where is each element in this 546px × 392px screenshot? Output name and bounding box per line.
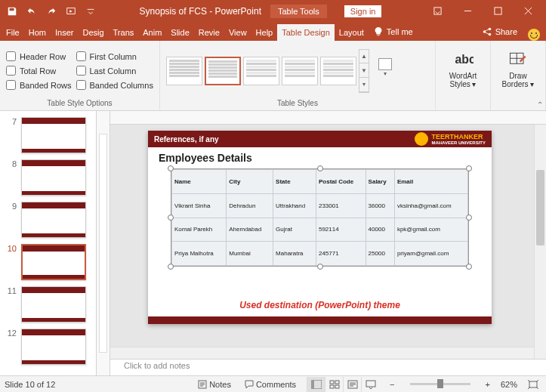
slide-thumbnail[interactable]: 11: [0, 283, 96, 326]
resize-handle[interactable]: [168, 264, 174, 270]
tab-table-design[interactable]: Table Design: [277, 24, 335, 41]
slide-title[interactable]: Employees Details: [148, 147, 492, 167]
selected-table[interactable]: NameCityStatePostal CodeSalaryEmail Vikr…: [171, 168, 469, 267]
notes-pane[interactable]: Click to add notes: [110, 359, 546, 375]
university-logo-icon: [415, 132, 428, 146]
zoom-percent[interactable]: 62%: [501, 380, 517, 389]
resize-handle[interactable]: [168, 165, 174, 171]
svg-rect-11: [330, 381, 334, 384]
table-style-gallery[interactable]: ▲▼▾: [166, 49, 369, 93]
slide-sorter-icon[interactable]: [325, 377, 343, 392]
slide-header-text: References, if any: [154, 135, 219, 144]
resize-handle[interactable]: [466, 215, 472, 221]
draw-borders-button[interactable]: DrawBorders ▾: [497, 44, 539, 94]
table-style-thumb[interactable]: [166, 57, 202, 85]
share-button[interactable]: Share: [476, 23, 523, 41]
horizontal-ruler[interactable]: [110, 111, 546, 125]
vertical-ruler[interactable]: [97, 111, 110, 375]
normal-view-icon[interactable]: [307, 377, 325, 392]
wordart-icon: abc: [452, 49, 474, 70]
tab-review[interactable]: Revie: [194, 24, 224, 41]
tab-file[interactable]: File: [2, 24, 24, 41]
sign-in-button[interactable]: Sign in: [344, 5, 383, 18]
table-header-row[interactable]: NameCityStatePostal CodeSalaryEmail: [172, 170, 468, 194]
table-row[interactable]: Vikrant SinhaDehradunUttrakhand233001360…: [172, 193, 468, 218]
resize-handle[interactable]: [168, 215, 174, 221]
comments-icon: [245, 380, 254, 389]
tab-view[interactable]: View: [224, 24, 251, 41]
shading-button[interactable]: ▾: [374, 56, 396, 86]
slide-thumbnail[interactable]: 10: [0, 241, 96, 283]
slide-counter[interactable]: Slide 10 of 12: [5, 380, 55, 389]
tab-animations[interactable]: Anim: [138, 24, 166, 41]
resize-handle[interactable]: [317, 264, 323, 270]
group-wordart: abc WordArtStyles ▾: [436, 41, 491, 110]
horizontal-scrollbar[interactable]: [110, 347, 534, 359]
comments-toggle[interactable]: Comments: [242, 380, 299, 389]
tell-me-search[interactable]: Tell me: [369, 23, 418, 41]
table-style-thumb[interactable]: [320, 57, 356, 85]
slide-thumbnail[interactable]: 9: [0, 199, 96, 241]
collapse-ribbon-icon[interactable]: ⌃: [537, 100, 543, 109]
ribbon-tabs: File Hom Inser Desig Trans Anim Slide Re…: [0, 22, 546, 41]
svg-rect-10: [311, 380, 314, 389]
slide-thumbnails-panel[interactable]: 7 8 9 10 11 12: [0, 111, 97, 375]
svg-rect-16: [366, 381, 375, 387]
table-style-thumb[interactable]: [243, 57, 279, 85]
tab-insert[interactable]: Inser: [51, 24, 78, 41]
redo-icon[interactable]: [42, 2, 60, 20]
resize-handle[interactable]: [466, 165, 472, 171]
share-icon: [482, 26, 492, 37]
vertical-scrollbar[interactable]: [534, 125, 546, 359]
tab-layout[interactable]: Layout: [335, 24, 369, 41]
feedback-smiley-icon[interactable]: [528, 29, 540, 41]
employees-table[interactable]: NameCityStatePostal CodeSalaryEmail Vikr…: [171, 169, 468, 266]
check-last-column[interactable]: Last Column: [76, 66, 153, 76]
view-buttons: [307, 377, 379, 392]
tab-help[interactable]: Help: [251, 24, 278, 41]
table-row[interactable]: Priya MalhotraMumbaiMaharatra24577125000…: [172, 242, 468, 266]
tab-transitions[interactable]: Trans: [109, 24, 139, 41]
check-banded-rows[interactable]: Banded Rows: [6, 80, 72, 90]
fit-to-window-icon[interactable]: [525, 380, 541, 389]
zoom-in-button[interactable]: +: [483, 380, 493, 389]
ribbon: Header Row Total Row Banded Rows First C…: [0, 41, 546, 111]
slide-thumbnail[interactable]: 12: [0, 326, 96, 368]
qat-more-icon[interactable]: [82, 2, 100, 20]
reading-view-icon[interactable]: [343, 377, 361, 392]
document-title: Synopsis of FCS - PowerPoint: [140, 6, 261, 17]
svg-text:abc: abc: [455, 53, 474, 66]
contextual-tools-label: Table Tools: [270, 5, 327, 18]
table-row[interactable]: Komal ParekhAhemdabadGujrat59211440000kp…: [172, 218, 468, 242]
check-total-row[interactable]: Total Row: [6, 66, 72, 76]
gallery-scroll[interactable]: ▲▼▾: [359, 49, 369, 93]
slide-canvas[interactable]: References, if any TEERTHANKERMAHAVEER U…: [110, 125, 546, 359]
slide[interactable]: References, if any TEERTHANKERMAHAVEER U…: [148, 131, 492, 324]
lightbulb-icon: [373, 26, 384, 37]
tab-home[interactable]: Hom: [24, 24, 51, 41]
resize-handle[interactable]: [317, 165, 323, 171]
notes-toggle[interactable]: Notes: [195, 380, 234, 389]
table-style-thumb[interactable]: [205, 57, 241, 85]
save-icon[interactable]: [3, 2, 21, 20]
resize-handle[interactable]: [466, 264, 472, 270]
tab-design[interactable]: Desig: [78, 24, 108, 41]
table-style-thumb[interactable]: [282, 57, 318, 85]
close-icon[interactable]: [513, 0, 543, 22]
check-first-column[interactable]: First Column: [76, 51, 153, 61]
slide-thumbnail[interactable]: 7: [0, 114, 96, 156]
tab-slideshow[interactable]: Slide: [166, 24, 193, 41]
wordart-styles-button[interactable]: abc WordArtStyles ▾: [442, 44, 484, 94]
slide-thumbnail[interactable]: 8: [0, 156, 96, 199]
zoom-out-button[interactable]: −: [387, 380, 397, 389]
ribbon-options-icon[interactable]: [422, 0, 452, 22]
check-header-row[interactable]: Header Row: [6, 51, 72, 61]
minimize-icon[interactable]: [452, 0, 483, 22]
slideshow-view-icon[interactable]: [361, 377, 379, 392]
undo-icon[interactable]: [23, 2, 41, 20]
maximize-icon[interactable]: [483, 0, 513, 22]
university-brand: TEERTHANKERMAHAVEER UNIVERSITY: [415, 132, 486, 146]
check-banded-columns[interactable]: Banded Columns: [76, 80, 153, 90]
start-from-beginning-icon[interactable]: [62, 2, 80, 20]
zoom-slider[interactable]: [410, 383, 470, 385]
